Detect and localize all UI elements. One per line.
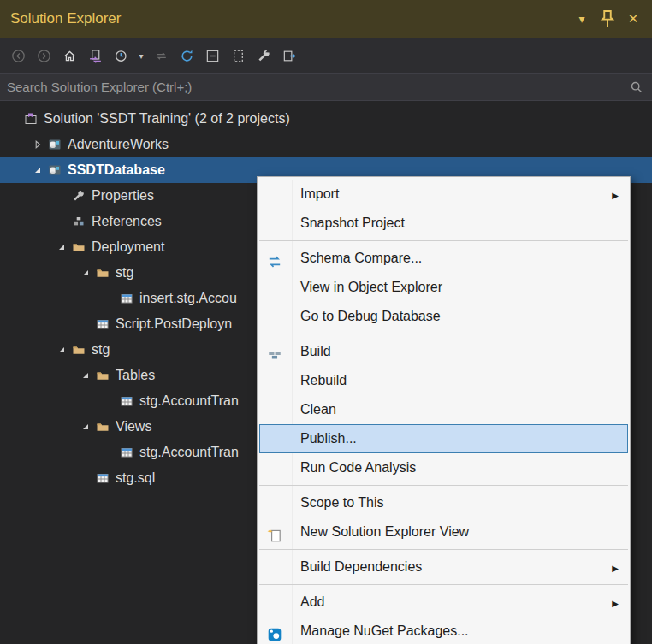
tree-item-label: stg.AccountTran: [139, 393, 239, 409]
tree-item-label: AdventureWorks: [68, 137, 169, 152]
expander-slot: [77, 471, 94, 485]
menu-item-label: Publish...: [300, 431, 357, 446]
properties-button[interactable]: [252, 44, 276, 68]
tree-item-adventureworks[interactable]: AdventureWorks: [0, 132, 652, 157]
sync-with-active-document-icon: [88, 49, 103, 63]
tree-item-label: Script.PostDeployn: [116, 316, 232, 332]
expanded-arrow-icon[interactable]: [77, 420, 94, 434]
tree-item-label: Solution 'SSDT Training' (2 of 2 project…: [44, 111, 290, 127]
submenu-arrow-icon: [612, 552, 619, 583]
sync-button[interactable]: [150, 44, 173, 68]
solution-icon: [22, 112, 39, 126]
menu-item-label: Add: [300, 594, 324, 609]
menu-item-label: Schema Compare...: [300, 251, 422, 265]
new-solution-explorer-view-icon: [267, 524, 282, 540]
menu-item-label: Build: [300, 344, 331, 358]
pending-changes-filter-button[interactable]: [110, 44, 133, 68]
context-menu: Import Snapshot Project Schema Compare..…: [257, 176, 631, 644]
menu-item-go-to-debug-database[interactable]: Go to Debug Database: [258, 302, 630, 331]
sql-table-icon: [118, 394, 135, 408]
tree-item-label: Properties: [92, 188, 154, 204]
menu-separator: [259, 334, 628, 334]
sync-icon: [154, 49, 169, 63]
expander-slot: [101, 394, 118, 408]
forward-button[interactable]: [33, 44, 56, 68]
menu-item-clean[interactable]: Clean: [258, 395, 630, 424]
menu-item-label: Import: [300, 186, 339, 201]
menu-item-label: View in Object Explorer: [300, 280, 442, 294]
preview-selected-items-button[interactable]: [278, 44, 301, 68]
pin-icon[interactable]: [597, 9, 618, 29]
folder-icon: [94, 369, 111, 382]
search-bar: [0, 74, 652, 101]
expanded-arrow-icon[interactable]: [53, 343, 70, 357]
menu-item-rebuild[interactable]: Rebuild: [258, 366, 630, 395]
tree-item-label: stg.sql: [116, 470, 155, 486]
tree-item-label: insert.stg.Accou: [139, 291, 237, 306]
collapsed-arrow-icon[interactable]: [29, 138, 46, 151]
menu-item-label: Run Code Analysis: [300, 460, 416, 475]
menu-item-build[interactable]: Build: [258, 337, 630, 366]
tree-item-label: Deployment: [92, 239, 164, 255]
show-all-files-button[interactable]: [227, 44, 250, 68]
menu-item-new-solution-explorer-view[interactable]: New Solution Explorer View: [258, 517, 630, 547]
tree-item-label: stg: [116, 265, 133, 281]
expander-slot: [101, 446, 118, 459]
search-icon[interactable]: [630, 80, 643, 94]
search-input[interactable]: [7, 80, 630, 94]
close-icon[interactable]: [623, 9, 643, 29]
menu-item-label: Scope to This: [300, 495, 384, 510]
tree-item-label: SSDTDatabase: [68, 162, 165, 178]
filter-dropdown-icon[interactable]: [135, 44, 147, 68]
database-project-icon: [46, 163, 63, 177]
expanded-arrow-icon[interactable]: [77, 369, 94, 382]
sql-table-icon: [118, 292, 135, 305]
sql-table-icon: [118, 446, 135, 459]
menu-item-schema-compare[interactable]: Schema Compare...: [258, 244, 630, 273]
collapse-all-button[interactable]: [201, 44, 224, 68]
sql-table-icon: [94, 471, 111, 485]
tree-item-label: Tables: [116, 368, 155, 383]
tree-item-solution[interactable]: Solution 'SSDT Training' (2 of 2 project…: [0, 106, 652, 132]
tree-item-label: stg: [92, 342, 110, 357]
menu-item-add[interactable]: Add: [258, 588, 630, 617]
folder-icon: [70, 343, 87, 357]
menu-item-label: Rebuild: [300, 373, 347, 387]
references-icon: [70, 215, 87, 228]
back-icon: [11, 49, 26, 63]
menu-item-publish[interactable]: Publish...: [259, 424, 628, 453]
menu-item-import[interactable]: Import: [258, 180, 630, 209]
preview-selected-items-icon: [282, 49, 297, 63]
home-button[interactable]: [58, 44, 81, 68]
menu-item-scope-to-this[interactable]: Scope to This: [258, 488, 630, 517]
menu-item-view-in-object-explorer[interactable]: View in Object Explorer: [258, 273, 630, 302]
sql-table-icon: [94, 317, 111, 331]
build-icon: [267, 344, 282, 359]
expanded-arrow-icon[interactable]: [77, 266, 94, 280]
expanded-arrow-icon[interactable]: [53, 240, 70, 254]
database-project-icon: [46, 138, 63, 151]
expanded-arrow-icon[interactable]: [29, 163, 46, 177]
menu-item-label: Clean: [300, 402, 336, 417]
menu-item-manage-nuget-packages[interactable]: Manage NuGet Packages...: [258, 617, 630, 644]
forward-icon: [37, 49, 51, 63]
submenu-arrow-icon: [612, 588, 619, 618]
panel-title: Solution Explorer: [10, 10, 572, 27]
folder-icon: [94, 266, 111, 280]
back-button[interactable]: [7, 44, 30, 68]
menu-separator: [259, 549, 628, 550]
refresh-button[interactable]: [175, 44, 199, 68]
menu-item-label: Build Dependencies: [300, 559, 422, 574]
wrench-icon: [257, 49, 271, 63]
tree-item-label: References: [92, 214, 162, 229]
chevron-down-icon[interactable]: [572, 9, 592, 29]
menu-item-label: Go to Debug Database: [300, 309, 441, 323]
menu-item-snapshot-project[interactable]: Snapshot Project: [258, 209, 630, 238]
titlebar: Solution Explorer: [0, 0, 652, 38]
menu-item-run-code-analysis[interactable]: Run Code Analysis: [258, 453, 630, 482]
tree-item-label: Views: [116, 419, 151, 434]
toolbar: [0, 38, 652, 74]
sync-with-active-document-button[interactable]: [84, 44, 107, 68]
menu-item-build-dependencies[interactable]: Build Dependencies: [258, 552, 630, 582]
solution-explorer-panel: { "title_bar": { "title": "Solution Expl…: [0, 0, 652, 644]
